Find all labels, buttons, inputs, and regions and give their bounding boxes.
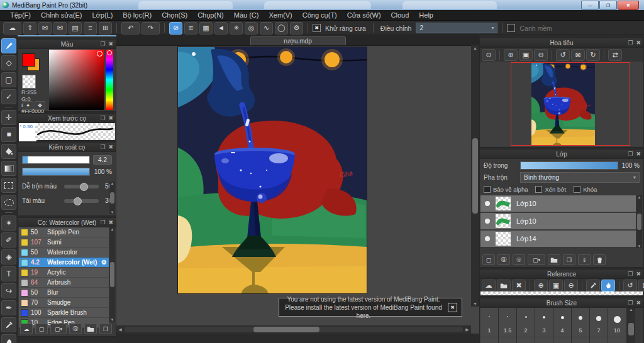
scroll-left-icon[interactable]: ◀ (116, 327, 124, 332)
brush-size-cell[interactable]: 10 (608, 308, 626, 337)
brush-tool[interactable] (1, 38, 16, 53)
menu-cloud[interactable]: Cloud (386, 11, 414, 19)
menu-view[interactable]: Xem(V) (264, 11, 297, 19)
reference-clear-icon[interactable]: ✖ (512, 280, 526, 291)
scroll-right-icon[interactable]: ▶ (464, 327, 471, 332)
zoom-in-icon[interactable]: ⊕ (534, 280, 548, 291)
reference-hand-icon[interactable] (601, 280, 615, 291)
brush-row[interactable]: 100Sparkle Brush (19, 308, 109, 318)
blend-dropdown[interactable]: Bình thường ▾ (520, 172, 640, 183)
tiles-icon[interactable]: ⊞ (99, 22, 112, 35)
list-icon[interactable]: ≡ (84, 22, 97, 35)
reset-rotation-icon[interactable]: ⊠ (571, 49, 585, 61)
clipping-checkbox[interactable] (535, 186, 542, 193)
shape-brush-tool[interactable]: ▢ (1, 72, 16, 87)
pen-tool[interactable]: ✒ (1, 300, 16, 315)
scroll-down-icon[interactable]: ▼ (473, 302, 477, 306)
canvas-hscrollbar[interactable]: ◀ ▶ (116, 325, 471, 334)
duplicate-layer-icon[interactable]: ❐ (563, 254, 575, 265)
brush-row-selected[interactable]: 4.2Watercolor (Wet) ⚙ (19, 258, 109, 268)
close-icon[interactable]: ✖ (636, 151, 641, 157)
layer-row[interactable]: Lớp14 (480, 231, 636, 248)
popout-icon[interactable]: ❐ (100, 115, 105, 121)
scroll-up-icon[interactable]: ▲ (638, 195, 641, 199)
comment-icon[interactable]: ✉ (38, 22, 52, 35)
snap-concentric-icon[interactable]: ◎ (245, 22, 258, 35)
polyline-tool[interactable]: ✓ (1, 89, 16, 104)
fit-screen-icon[interactable]: ▣ (549, 280, 563, 291)
popout-icon[interactable]: ❐ (100, 144, 105, 150)
document-icon[interactable]: ▤ (69, 22, 82, 35)
menu-file[interactable]: Tệp(F) (5, 11, 36, 19)
scroll-down-icon[interactable]: ▼ (111, 210, 114, 214)
menu-layer[interactable]: Lớp(L) (87, 11, 118, 19)
snap-grid-icon[interactable]: ▦ (199, 22, 213, 35)
brush-size-cell[interactable]: 5 (572, 308, 590, 337)
reference-folder-icon[interactable] (497, 280, 511, 291)
scroll-up-icon[interactable]: ▲ (630, 308, 633, 312)
adjust-dropdown[interactable]: 2 ▾ (416, 23, 497, 33)
fit-screen-icon[interactable]: ▣ (519, 49, 533, 61)
new-1bit-layer-icon[interactable]: ① (513, 254, 525, 265)
lasso-tool[interactable] (1, 195, 16, 210)
script-brush-icon[interactable]: Ⓢ (69, 324, 82, 334)
alpha-protect-checkbox[interactable] (484, 186, 491, 193)
load-color-slider[interactable] (64, 199, 99, 203)
layer-row[interactable]: Lớp10 (480, 213, 636, 231)
fill-shape-tool[interactable]: ■ (1, 127, 16, 142)
close-icon[interactable]: ✖ (636, 271, 641, 277)
close-icon[interactable]: ✖ (108, 115, 113, 121)
bucket-tool[interactable] (1, 144, 16, 159)
magic-wand-tool[interactable]: ✶ (1, 215, 16, 231)
menu-help[interactable]: Help (414, 11, 438, 19)
undo-icon[interactable]: ↶ (121, 22, 140, 35)
menu-edit[interactable]: Chỉnh sửa(E) (36, 11, 87, 19)
add-layer-dropdown-icon[interactable]: ▢▾ (528, 254, 545, 265)
layer-opacity-slider[interactable] (520, 161, 618, 170)
layer-list-scrollbar[interactable]: ▲ ▼ (636, 195, 642, 248)
snap-radial-icon[interactable]: ✳ (230, 22, 243, 35)
brush-size-cell[interactable]: 1.5 (499, 308, 517, 337)
brush-row[interactable]: 50Watercolor (19, 248, 109, 258)
cloud-icon[interactable]: ☁ (3, 22, 21, 35)
brush-row[interactable]: 107Sumi (19, 237, 109, 248)
add-brush-dropdown-icon[interactable]: ▢▾ (50, 324, 67, 334)
new-alpha-layer-icon[interactable]: ⓐ (497, 254, 510, 265)
minimize-button[interactable]: — (581, 1, 599, 10)
reset-rotation-icon[interactable]: ⊠ (638, 280, 644, 291)
select-eraser-tool[interactable]: ◈ (1, 249, 16, 264)
brush-size-cell[interactable]: 1 (480, 308, 499, 337)
layer-row[interactable]: Lớp10 (480, 195, 636, 213)
zoom-original-icon[interactable]: ⊙ (482, 49, 496, 61)
popout-icon[interactable]: ❐ (628, 271, 633, 277)
reference-cloud-icon[interactable]: ☁ (482, 280, 496, 291)
zoom-in-icon[interactable]: ⊕ (504, 49, 518, 61)
popout-icon[interactable]: ❐ (628, 300, 633, 306)
lock-checkbox[interactable] (574, 186, 580, 193)
maximize-button[interactable]: ❐ (599, 1, 617, 10)
scroll-up-icon[interactable]: ▲ (111, 227, 114, 231)
brush-cloud-icon[interactable]: ☁ (20, 324, 33, 334)
eraser-tool[interactable]: ◇ (1, 55, 16, 70)
brush-settings-icon[interactable]: ⚙ (101, 259, 107, 266)
palette-icon[interactable]: ✦ (23, 101, 33, 110)
share-icon[interactable]: ⇧ (23, 22, 36, 35)
text-tool[interactable]: T (1, 266, 16, 281)
popout-icon[interactable]: ❐ (628, 151, 633, 157)
duplicate-brush-icon[interactable]: ❐ (99, 324, 112, 334)
navigator-view[interactable] (480, 62, 643, 146)
merge-layer-icon[interactable]: ⇓ (578, 254, 591, 265)
hue-slider[interactable] (106, 50, 113, 110)
brush-size-cell[interactable]: 4 (553, 308, 572, 337)
redo-icon[interactable]: ↷ (142, 22, 160, 35)
delete-layer-icon[interactable] (593, 254, 606, 265)
brush-opacity-slider[interactable] (22, 168, 90, 176)
antialias-checkbox[interactable]: ✖ (313, 24, 321, 32)
brush-row[interactable]: 19Acrylic (19, 268, 109, 278)
vscroll-thumb[interactable] (472, 138, 478, 214)
brush-size-cell[interactable]: 7 (590, 308, 608, 337)
move-tool[interactable]: ✛ (1, 110, 16, 125)
saturation-value-picker[interactable] (49, 50, 104, 110)
menu-tools[interactable]: Công cụ(T) (297, 11, 342, 19)
brush-size-slider[interactable] (22, 156, 90, 164)
